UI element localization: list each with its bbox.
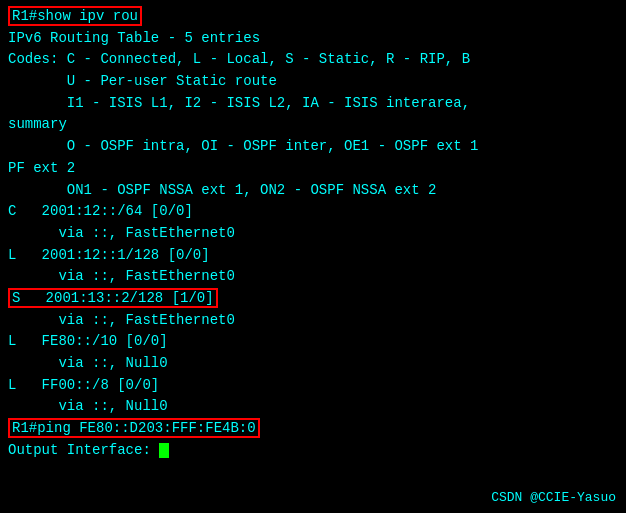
route-l-fe80: L FE80::/10 [0/0] xyxy=(8,331,618,353)
terminal-window: R1#show ipv rou IPv6 Routing Table - 5 e… xyxy=(0,0,626,513)
terminal-cursor xyxy=(159,443,169,458)
route-l-1: L 2001:12::1/128 [0/0] xyxy=(8,245,618,267)
route-s-via: via ::, FastEthernet0 xyxy=(8,310,618,332)
route-s-highlighted: S 2001:13::2/128 [1/0] xyxy=(8,288,618,310)
highlight-s-route: S 2001:13::2/128 [1/0] xyxy=(8,288,218,308)
route-l-1-via: via ::, FastEthernet0 xyxy=(8,266,618,288)
output-line-5: O - OSPF intra, OI - OSPF inter, OE1 - O… xyxy=(8,136,618,158)
output-line-4: I1 - ISIS L1, I2 - ISIS L2, IA - ISIS in… xyxy=(8,93,618,115)
command-ping: R1#ping FE80::D203:FFF:FE4B:0 xyxy=(8,418,618,440)
output-line-summary: summary xyxy=(8,114,618,136)
output-line-2: Codes: C - Connected, L - Local, S - Sta… xyxy=(8,49,618,71)
route-l-ff00: L FF00::/8 [0/0] xyxy=(8,375,618,397)
highlight-cmd1: R1#show ipv rou xyxy=(8,6,142,26)
output-interface-line: Output Interface: xyxy=(8,440,618,462)
route-c-1-via: via ::, FastEthernet0 xyxy=(8,223,618,245)
output-line-6: PF ext 2 xyxy=(8,158,618,180)
highlight-ping-cmd: R1#ping FE80::D203:FFF:FE4B:0 xyxy=(8,418,260,438)
output-line-1: IPv6 Routing Table - 5 entries xyxy=(8,28,618,50)
output-line-7: ON1 - OSPF NSSA ext 1, ON2 - OSPF NSSA e… xyxy=(8,180,618,202)
route-l-fe80-via: via ::, Null0 xyxy=(8,353,618,375)
route-l-ff00-via: via ::, Null0 xyxy=(8,396,618,418)
route-c-1: C 2001:12::/64 [0/0] xyxy=(8,201,618,223)
output-line-3: U - Per-user Static route xyxy=(8,71,618,93)
watermark: CSDN @CCIE-Yasuo xyxy=(491,490,616,505)
command-line-1: R1#show ipv rou xyxy=(8,6,618,28)
